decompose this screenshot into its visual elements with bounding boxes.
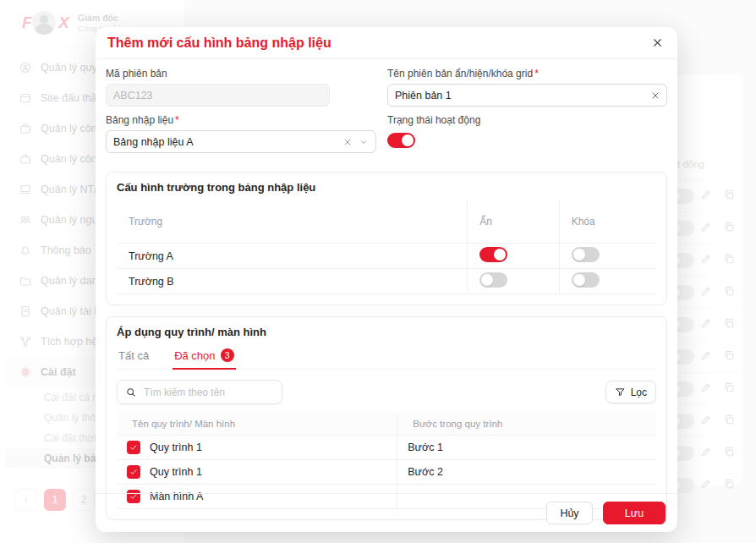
- field-data-table: Bảng nhập liệu* Bảng nhập liệu A: [106, 114, 387, 153]
- modal-header: Thêm mới cấu hình bảng nhập liệu: [96, 27, 677, 59]
- search-icon: [125, 387, 137, 398]
- modal-add-grid-config: Thêm mới cấu hình bảng nhập liệu Mã phiê…: [96, 27, 677, 532]
- modal-title: Thêm mới cấu hình bảng nhập liệu: [107, 36, 331, 51]
- column-header-locked: Khóa: [559, 200, 656, 244]
- search-input[interactable]: [142, 386, 274, 399]
- apply-table-row: Quy trình 1Bước 1: [117, 436, 656, 460]
- active-status-toggle[interactable]: [387, 133, 415, 148]
- column-header-process-step: Bước trong quy trình: [397, 413, 656, 436]
- hide-toggle[interactable]: [479, 272, 507, 288]
- clear-input-icon[interactable]: [650, 90, 660, 101]
- data-table-select-value: Bảng nhập liệu A: [113, 136, 337, 148]
- field-config-row: Trường B: [117, 269, 656, 294]
- field-name: Trường A: [117, 244, 468, 269]
- apply-title: Áp dụng quy trình/ màn hình: [117, 326, 656, 338]
- process-step: Bước 2: [397, 460, 656, 485]
- data-table-select[interactable]: Bảng nhập liệu A: [106, 130, 376, 153]
- column-header-field: Trường: [117, 200, 468, 244]
- hide-toggle[interactable]: [479, 247, 507, 262]
- field-config-panel: Cấu hình trường trong bảng nhập liệu Trư…: [106, 172, 667, 305]
- version-code-label: Mã phiên bản: [106, 68, 167, 80]
- process-name: Quy trình 1: [150, 466, 202, 478]
- row-checkbox[interactable]: [127, 441, 140, 454]
- field-version-code: Mã phiên bản: [106, 68, 387, 107]
- chevron-down-icon[interactable]: [359, 137, 369, 147]
- field-config-table: Trường Ẩn Khóa Trường ATrường B: [117, 200, 656, 294]
- apply-panel: Áp dụng quy trình/ màn hình Tất cả Đã ch…: [106, 316, 667, 520]
- field-version-name: Tên phiên bản ẩn/hiện/khóa grid*: [387, 68, 667, 107]
- screen: F X Giám đốc Công ty cổ Quản lý quy trìn…: [0, 0, 756, 543]
- tab-all[interactable]: Tất cả: [117, 346, 151, 370]
- process-step: Bước 1: [397, 436, 656, 460]
- field-config-row: Trường A: [117, 244, 656, 269]
- selected-count-badge: 3: [221, 348, 234, 362]
- tabs: Tất cả Đã chọn 3: [117, 346, 656, 370]
- lock-toggle[interactable]: [572, 247, 600, 262]
- field-name: Trường B: [117, 269, 468, 294]
- row-checkbox[interactable]: [127, 465, 140, 479]
- lock-toggle[interactable]: [572, 272, 600, 288]
- column-header-process-name: Tên quy trình/ Màn hình: [117, 413, 397, 436]
- process-name: Quy trình 1: [150, 442, 202, 453]
- version-name-label: Tên phiên bản ẩn/hiện/khóa grid: [387, 68, 533, 80]
- save-button[interactable]: Lưu: [603, 502, 666, 524]
- tab-selected[interactable]: Đã chọn 3: [173, 346, 235, 370]
- field-active-status: Trạng thái hoạt động: [387, 114, 667, 153]
- apply-table-row: Quy trình 1Bước 2: [117, 460, 656, 485]
- search-row: Lọc: [117, 380, 656, 404]
- cancel-button[interactable]: Hủy: [546, 502, 593, 524]
- close-icon[interactable]: [649, 35, 666, 51]
- required-asterisk: *: [534, 68, 539, 80]
- version-code-input: [106, 84, 330, 107]
- filter-button[interactable]: Lọc: [605, 381, 656, 403]
- form-grid: Mã phiên bản Tên phiên bản ẩn/hiện/khóa …: [106, 68, 667, 161]
- modal-footer: Hủy Lưu: [96, 493, 677, 532]
- filter-icon: [615, 387, 626, 398]
- version-name-input[interactable]: [387, 84, 667, 107]
- data-table-label: Bảng nhập liệu: [106, 114, 173, 126]
- required-asterisk: *: [175, 114, 179, 126]
- column-header-hidden: Ẩn: [468, 200, 559, 244]
- filter-button-label: Lọc: [631, 387, 647, 398]
- field-config-title: Cấu hình trường trong bảng nhập liệu: [117, 181, 656, 194]
- search-box: [117, 380, 282, 404]
- clear-select-icon[interactable]: [342, 137, 353, 147]
- active-status-label: Trạng thái hoạt động: [387, 114, 480, 126]
- modal-body: Mã phiên bản Tên phiên bản ẩn/hiện/khóa …: [96, 59, 677, 520]
